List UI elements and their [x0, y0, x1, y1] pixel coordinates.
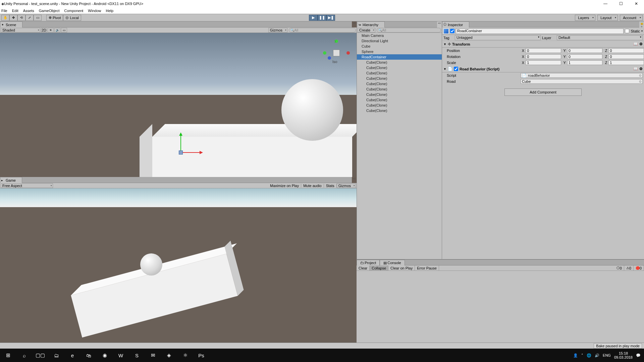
hierarchy-item[interactable]: Cube(Clone)	[357, 108, 442, 113]
position-x[interactable]: 0	[526, 48, 561, 53]
menu-component[interactable]: Component	[64, 9, 83, 13]
local-toggle[interactable]: ◎Local	[63, 15, 81, 21]
game-aspect-dropdown[interactable]: Free Aspect	[1, 183, 53, 188]
scene-nav-gizmo[interactable]: y Iso	[323, 40, 350, 66]
close-button[interactable]: ✕	[629, 1, 644, 6]
project-tab[interactable]: 🗀Project	[357, 260, 380, 265]
stats-toggle[interactable]: Stats	[324, 184, 337, 188]
sublime-icon[interactable]: S	[129, 349, 145, 362]
scale-tool[interactable]: ⤢	[25, 15, 34, 21]
gameobject-active-checkbox[interactable]	[450, 29, 454, 33]
file-explorer-icon[interactable]: 🗂	[48, 349, 64, 362]
layer-dropdown[interactable]: Default	[557, 35, 643, 40]
scene-gizmos-dropdown[interactable]: Gizmos	[268, 28, 287, 33]
inspector-tab[interactable]: ⓘInspector	[442, 21, 469, 27]
scene-tab-menu[interactable]: ▪≡	[352, 21, 357, 27]
pivot-toggle[interactable]: ⊕Pivot	[46, 15, 63, 21]
console-clear[interactable]: Clear	[357, 265, 370, 270]
rotation-x[interactable]: 0	[526, 54, 561, 59]
transform-foldout[interactable]: ▼	[443, 43, 446, 46]
mail-icon[interactable]: ✉	[145, 349, 161, 362]
unity-icon[interactable]: ◈	[161, 349, 177, 362]
roadbehavior-foldout[interactable]: ▼	[443, 67, 446, 71]
rect-tool[interactable]: ▭	[34, 15, 42, 21]
maximize-on-play[interactable]: Maximize on Play	[268, 184, 301, 188]
game-viewport[interactable]	[0, 188, 357, 361]
scale-x[interactable]: 1	[526, 60, 561, 65]
tray-volume-icon[interactable]: 🔊	[595, 353, 599, 358]
hierarchy-item[interactable]: RoadContainer	[357, 54, 442, 60]
app-icon[interactable]: ⚛	[177, 349, 193, 362]
script-field[interactable]: 📄roadBehavior⊙	[521, 73, 643, 78]
roadbehavior-settings-icon[interactable]: ⚙	[639, 67, 643, 71]
layers-dropdown[interactable]: Layers	[575, 15, 595, 21]
object-picker-icon[interactable]: ⊙	[639, 80, 642, 83]
tray-lang[interactable]: ENG	[603, 353, 611, 357]
hierarchy-create-dropdown[interactable]: Create	[358, 28, 375, 33]
menu-edit[interactable]: Edit	[12, 9, 18, 13]
maximize-button[interactable]: ☐	[613, 1, 629, 6]
word-icon[interactable]: W	[113, 349, 129, 362]
roadbehavior-header[interactable]: ▼ 📄 Road Behavior (Script) 📖 ⚙	[442, 66, 644, 72]
console-warn-count[interactable]: ⚠0	[624, 265, 634, 270]
account-dropdown[interactable]: Account	[620, 15, 643, 21]
console-tab[interactable]: ▤Console	[380, 260, 405, 265]
store-icon[interactable]: 🛍	[80, 349, 97, 362]
chrome-icon[interactable]: ◉	[97, 349, 113, 362]
static-checkbox[interactable]	[625, 29, 629, 33]
scale-z[interactable]: 1	[608, 60, 644, 65]
transform-help-icon[interactable]: 📖	[633, 42, 638, 46]
position-y[interactable]: 0	[567, 48, 603, 53]
position-z[interactable]: 0	[608, 48, 644, 53]
road-field[interactable]: Cube⊙	[521, 79, 643, 84]
move-tool[interactable]: ✥	[9, 15, 17, 21]
inspector-lock[interactable]: 🔒≡	[639, 21, 644, 27]
hierarchy-search[interactable]: 🔍All	[377, 28, 441, 33]
game-gizmos-dropdown[interactable]: Gizmos	[337, 183, 356, 188]
object-picker-icon[interactable]: ⊙	[639, 74, 642, 77]
hierarchy-item[interactable]: Sphere	[357, 49, 442, 54]
hierarchy-item[interactable]: Cube(Clone)	[357, 60, 442, 65]
hierarchy-item[interactable]: Cube(Clone)	[357, 97, 442, 103]
layout-dropdown[interactable]: Layout	[597, 15, 618, 21]
pause-button[interactable]: ❚❚	[318, 15, 326, 21]
photoshop-icon[interactable]: Ps	[193, 349, 209, 362]
console-info-count[interactable]: ⓘ0	[614, 265, 624, 270]
tag-dropdown[interactable]: Untagged	[455, 35, 541, 40]
tray-up-icon[interactable]: ˄	[581, 353, 583, 358]
tray-network-icon[interactable]: 🌐	[587, 353, 591, 358]
mute-audio[interactable]: Mute audio	[301, 184, 324, 188]
transform-settings-icon[interactable]: ⚙	[639, 42, 643, 46]
console-error-count[interactable]: 🛑0	[634, 265, 644, 270]
hierarchy-item[interactable]: Main Camera	[357, 33, 442, 38]
hierarchy-item[interactable]: Cube(Clone)	[357, 81, 442, 86]
hierarchy-item[interactable]: Cube(Clone)	[357, 92, 442, 97]
menu-help[interactable]: Help	[106, 9, 113, 13]
roadbehavior-help-icon[interactable]: 📖	[633, 67, 638, 71]
minimize-button[interactable]: —	[598, 1, 613, 6]
step-button[interactable]: ▶❚	[326, 15, 335, 21]
hierarchy-tab[interactable]: ≔Hierarchy	[357, 21, 385, 27]
scene-viewport[interactable]: y Iso	[0, 33, 357, 177]
hand-tool[interactable]: ✋	[1, 15, 9, 21]
gameobject-icon[interactable]	[443, 28, 449, 34]
hierarchy-item[interactable]: Cube(Clone)	[357, 70, 442, 76]
start-button[interactable]: ⊞	[0, 349, 16, 362]
scene-search[interactable]: 🔍All	[289, 28, 356, 33]
hierarchy-item[interactable]: Directional Light	[357, 38, 442, 44]
menu-file[interactable]: File	[1, 9, 7, 13]
hierarchy-item[interactable]: Cube(Clone)	[357, 86, 442, 92]
scene-fx-toggle[interactable]: ▭	[61, 28, 67, 33]
scene-light-toggle[interactable]: ☀	[48, 28, 54, 33]
scene-shaded-dropdown[interactable]: Shaded	[1, 28, 40, 33]
task-view[interactable]: ▢▢	[32, 349, 48, 362]
console-clear-on-play[interactable]: Clear on Play	[388, 265, 415, 270]
menu-gameobject[interactable]: GameObject	[39, 9, 60, 13]
tray-notifications-icon[interactable]: 💬	[636, 353, 641, 358]
hierarchy-item[interactable]: Cube(Clone)	[357, 65, 442, 70]
game-tab-menu[interactable]: ▪≡	[352, 177, 357, 183]
tray-people-icon[interactable]: 👤	[573, 353, 578, 358]
transform-header[interactable]: ▼ ⊹ Transform 📖 ⚙	[442, 41, 644, 48]
scene-tab[interactable]: ✦Scene	[0, 21, 22, 27]
scale-y[interactable]: 1	[567, 60, 603, 65]
